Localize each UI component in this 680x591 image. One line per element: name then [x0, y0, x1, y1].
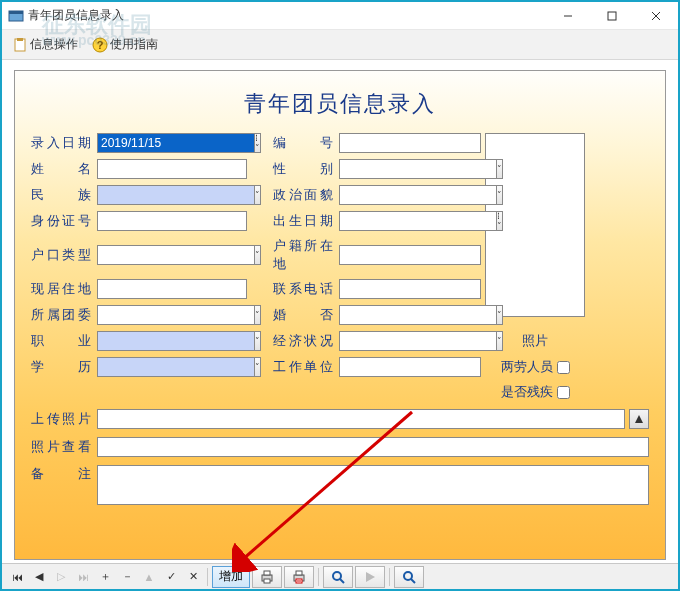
svg-line-21 [340, 579, 344, 583]
menu-label: 信息操作 [30, 36, 78, 53]
ethnic-input[interactable] [97, 185, 255, 205]
label-edu: 学 历 [31, 358, 93, 376]
menu-info-ops[interactable]: 信息操作 [6, 34, 84, 55]
form-panel: 青年团员信息录入 录入日期 ⁞˅ 编 号 姓 名 性 别 ˅ 民 族 ˅ 政治面… [14, 70, 666, 560]
minimize-button[interactable] [546, 2, 590, 30]
add-button-label: 增加 [219, 568, 243, 585]
name-input[interactable] [97, 159, 247, 179]
economy-input[interactable] [339, 331, 497, 351]
chevron-down-icon[interactable]: ˅ [255, 331, 261, 351]
chevron-down-icon[interactable]: ˅ [497, 305, 503, 325]
label-remark: 备 注 [31, 465, 93, 483]
chevron-down-icon[interactable]: ˅ [497, 159, 503, 179]
chevron-down-icon[interactable]: ˅ [255, 357, 261, 377]
nav-prev-button[interactable]: ◀ [29, 567, 49, 587]
address-input[interactable] [97, 279, 247, 299]
marriage-input[interactable] [339, 305, 497, 325]
svg-point-20 [333, 572, 341, 580]
chevron-down-icon[interactable]: ˅ [255, 305, 261, 325]
nav-first-button[interactable]: ⏮ [7, 567, 27, 587]
nav-delete-button[interactable]: － [117, 567, 137, 587]
phone-input[interactable] [339, 279, 481, 299]
upload-photo-input[interactable] [97, 409, 625, 429]
chevron-down-icon[interactable]: ˅ [255, 185, 261, 205]
add-button[interactable]: 增加 [212, 566, 250, 588]
search-button[interactable] [323, 566, 353, 588]
printer-red-icon [291, 569, 307, 585]
upload-browse-button[interactable] [629, 409, 649, 429]
label-name: 姓 名 [31, 160, 93, 178]
chevron-down-icon[interactable]: ˅ [497, 331, 503, 351]
economy-field[interactable]: ˅ [339, 331, 481, 351]
menu-help-guide[interactable]: ? 使用指南 [86, 34, 164, 55]
edu-field[interactable]: ˅ [97, 357, 247, 377]
entry-date-field[interactable]: ⁞˅ [97, 133, 247, 153]
league-input[interactable] [97, 305, 255, 325]
label-code: 编 号 [273, 134, 335, 152]
politics-field[interactable]: ˅ [339, 185, 481, 205]
league-field[interactable]: ˅ [97, 305, 247, 325]
nav-edit-button[interactable]: ▲ [139, 567, 159, 587]
svg-marker-22 [366, 572, 375, 582]
code-input[interactable] [339, 133, 481, 153]
calendar-drop-icon[interactable]: ⁞˅ [497, 211, 503, 231]
menu-label: 使用指南 [110, 36, 158, 53]
separator [389, 568, 390, 586]
two-labor-row: 两劳人员 [485, 358, 585, 376]
label-marriage: 婚 否 [273, 306, 335, 324]
nav-cancel-button[interactable]: ✕ [183, 567, 203, 587]
svg-rect-17 [296, 571, 302, 575]
nav-insert-button[interactable]: ＋ [95, 567, 115, 587]
label-two-labor: 两劳人员 [501, 358, 553, 376]
idno-input[interactable] [97, 211, 247, 231]
marriage-field[interactable]: ˅ [339, 305, 481, 325]
label-address: 现居住地 [31, 280, 93, 298]
ethnic-field[interactable]: ˅ [97, 185, 247, 205]
label-work-unit: 工作单位 [273, 358, 335, 376]
play-button[interactable] [355, 566, 385, 588]
label-upload-photo: 上传照片 [31, 410, 93, 428]
chevron-down-icon[interactable]: ˅ [497, 185, 503, 205]
job-input[interactable] [97, 331, 255, 351]
hukou-loc-input[interactable] [339, 245, 481, 265]
nav-post-button[interactable]: ✓ [161, 567, 181, 587]
svg-rect-1 [9, 11, 23, 14]
print-button[interactable] [252, 566, 282, 588]
gender-field[interactable]: ˅ [339, 159, 481, 179]
hukou-type-input[interactable] [97, 245, 255, 265]
label-gender: 性 别 [273, 160, 335, 178]
remark-input[interactable] [97, 465, 649, 505]
view-photo-input[interactable] [97, 437, 649, 457]
label-disabled: 是否残疾 [501, 383, 553, 401]
svg-rect-15 [264, 579, 270, 583]
birth-input[interactable] [339, 211, 497, 231]
play-icon [362, 569, 378, 585]
two-labor-checkbox[interactable] [557, 361, 570, 374]
disabled-checkbox[interactable] [557, 386, 570, 399]
hukou-type-field[interactable]: ˅ [97, 245, 247, 265]
nav-last-button[interactable]: ⏭ [73, 567, 93, 587]
gender-input[interactable] [339, 159, 497, 179]
print-red-button[interactable] [284, 566, 314, 588]
label-politics: 政治面貌 [273, 186, 335, 204]
birth-field[interactable]: ⁞˅ [339, 211, 481, 231]
chevron-down-icon[interactable]: ˅ [255, 245, 261, 265]
job-field[interactable]: ˅ [97, 331, 247, 351]
triangle-up-icon [634, 414, 644, 424]
form-title: 青年团员信息录入 [31, 89, 649, 119]
calendar-drop-icon[interactable]: ⁞˅ [255, 133, 261, 153]
svg-rect-7 [17, 38, 23, 41]
search2-button[interactable] [394, 566, 424, 588]
nav-next-button[interactable]: ▷ [51, 567, 71, 587]
edu-input[interactable] [97, 357, 255, 377]
label-economy: 经济状况 [273, 332, 335, 350]
navigator-bar: ⏮ ◀ ▷ ⏭ ＋ － ▲ ✓ ✕ 增加 [2, 563, 678, 589]
magnifier-icon [401, 569, 417, 585]
entry-date-input[interactable] [97, 133, 255, 153]
work-unit-input[interactable] [339, 357, 481, 377]
close-button[interactable] [634, 2, 678, 30]
politics-input[interactable] [339, 185, 497, 205]
label-hukou-type: 户口类型 [31, 246, 93, 264]
maximize-button[interactable] [590, 2, 634, 30]
help-icon: ? [92, 37, 108, 53]
